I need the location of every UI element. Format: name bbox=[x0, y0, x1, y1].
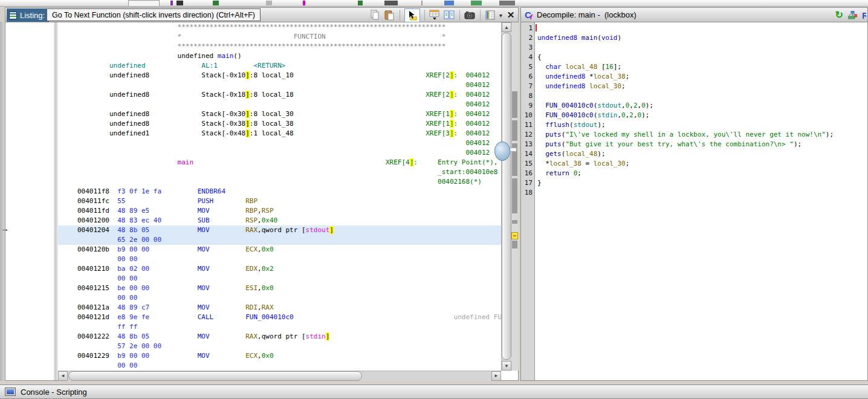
decompile-line[interactable]: undefined8 local_30; bbox=[535, 82, 867, 91]
line-number: 2 bbox=[521, 33, 534, 43]
listing-line[interactable]: 0040120b b9 00 00 MOV ECX,0x0 bbox=[58, 245, 501, 255]
paste-icon[interactable] bbox=[384, 10, 395, 21]
line-number: 4 bbox=[521, 53, 534, 62]
listing-line[interactable]: 00401222 48 8b 05 MOV RAX,qword ptr [std… bbox=[58, 332, 501, 342]
listing-line[interactable]: 004012 bbox=[58, 138, 501, 148]
listing-line[interactable]: ****************************************… bbox=[58, 22, 501, 32]
decompile-line[interactable]: undefined8 main(void) bbox=[535, 33, 867, 43]
scrollbar-grip[interactable] bbox=[510, 148, 517, 152]
listing-horizontal-scrollbar[interactable]: ◄ ► bbox=[58, 371, 501, 381]
listing-line[interactable]: 00401200 48 83 ec 40 SUB RSP,0x40 bbox=[58, 216, 501, 225]
listing-line[interactable]: 00401215 be 00 00 MOV ESI,0x0 bbox=[58, 284, 501, 293]
listing-line[interactable]: 00 00 bbox=[58, 255, 501, 264]
scroll-left-arrow-icon[interactable]: ◄ bbox=[58, 371, 68, 381]
decompile-code-area[interactable]: undefined8 main(void){ char local_48 [16… bbox=[535, 24, 867, 380]
listing-line[interactable]: 00402168(*) bbox=[58, 177, 501, 187]
listing-line[interactable]: ff ff bbox=[58, 322, 501, 332]
decompile-line[interactable]: puts("But give it your best try, what\'s… bbox=[535, 140, 867, 149]
call-graph-icon[interactable] bbox=[847, 10, 858, 21]
listing-line[interactable]: * FUNCTION * bbox=[58, 32, 501, 42]
toolbar-icon-fragment bbox=[384, 1, 398, 5]
toolbar-icon-fragment bbox=[266, 1, 272, 5]
scroll-up-arrow-icon[interactable]: ▲ bbox=[502, 22, 511, 32]
horizontal-scrollbar-thumb[interactable] bbox=[68, 371, 362, 381]
fields-display-icon[interactable] bbox=[485, 10, 496, 21]
decompile-line[interactable]: gets(local_48); bbox=[535, 149, 867, 159]
line-number: 5 bbox=[521, 62, 534, 72]
listing-line[interactable]: 004011fd 48 89 e5 MOV RBP,RSP bbox=[58, 206, 501, 216]
decompile-line[interactable]: FUN_004010c0(stdout,0,2,0); bbox=[535, 101, 867, 111]
listing-line[interactable]: _start:004010e8 bbox=[58, 167, 501, 177]
copy-icon[interactable] bbox=[369, 10, 381, 21]
diff-view-icon[interactable] bbox=[444, 10, 455, 21]
decompile-line[interactable]: { bbox=[535, 53, 867, 62]
listing-line[interactable]: 004011fc 55 PUSH RBP bbox=[58, 196, 501, 206]
decompile-line[interactable]: } bbox=[535, 178, 867, 188]
listing-line[interactable]: 00 00 bbox=[58, 274, 501, 284]
listing-panel: Listing: Go To Next Function (shift-clic… bbox=[5, 7, 519, 381]
listing-line[interactable]: undefined main() bbox=[58, 51, 501, 61]
listing-line[interactable]: undefined8 Stack[-0x18]:8 local_18 XREF[… bbox=[58, 90, 501, 100]
listing-code-area[interactable]: ****************************************… bbox=[58, 22, 501, 371]
decompile-body: 123456789101112131415161718 undefined8 m… bbox=[521, 22, 867, 380]
toolbar-separator bbox=[424, 10, 425, 21]
decompile-line[interactable]: *local_38 = local_30; bbox=[535, 159, 867, 169]
decompile-line[interactable]: return 0; bbox=[535, 169, 867, 178]
console-bar[interactable]: Console - Scripting bbox=[0, 384, 868, 399]
listing-line[interactable]: 00 00 bbox=[58, 293, 501, 303]
listing-line[interactable]: 00401204 48 8b 05 MOV RAX,qword ptr [std… bbox=[58, 225, 501, 235]
table-icon[interactable] bbox=[429, 10, 441, 21]
toolbar-separator bbox=[459, 10, 460, 21]
listing-line[interactable]: undefined8 Stack[-0x10]:8 local_10 XREF[… bbox=[58, 71, 501, 80]
decompile-line[interactable]: FUN_004010c0(stdin,0,2,0); bbox=[535, 111, 867, 120]
toolbar-button-clipped[interactable] bbox=[128, 0, 160, 6]
decompile-line[interactable]: undefined8 *local_38; bbox=[535, 72, 867, 82]
listing-line[interactable]: main XREF[4]: Entry Point(*), bbox=[58, 158, 501, 167]
listing-line[interactable]: ****************************************… bbox=[58, 42, 501, 51]
listing-tab[interactable]: Listing: bbox=[7, 8, 49, 22]
listing-line[interactable]: 004011f8 f3 0f 1e fa ENDBR64 bbox=[58, 187, 501, 196]
decompile-line[interactable]: puts("I\'ve locked my shell in a lockbox… bbox=[535, 130, 867, 140]
clipped-toolbar-icon[interactable]: R bbox=[862, 10, 866, 20]
listing-line[interactable]: 004012 bbox=[58, 148, 501, 158]
decompile-header[interactable]: Cf Decompile: main - (lockbox) ↻ R bbox=[521, 8, 867, 22]
listing-line[interactable]: 004012 bbox=[58, 100, 501, 109]
toolbar-icon-fragment bbox=[177, 1, 183, 5]
listing-header[interactable]: Listing: Go To Next Function (shift-clic… bbox=[5, 8, 518, 22]
listing-line[interactable]: 57 2e 00 00 bbox=[58, 342, 501, 351]
toolbar-icon-fragment bbox=[421, 1, 423, 5]
listing-line[interactable]: undefined8 Stack[-0x38]:8 local_38 XREF[… bbox=[58, 119, 501, 129]
field-divider[interactable] bbox=[54, 22, 58, 380]
listing-line[interactable]: 0040121a 48 89 c7 MOV RDI,RAX bbox=[58, 303, 501, 313]
listing-line[interactable]: 0040121d e8 9e fe CALL FUN_004010c0 unde… bbox=[58, 313, 501, 322]
decompile-line[interactable]: char local_48 [16]; bbox=[535, 62, 867, 72]
decompile-line[interactable] bbox=[535, 24, 867, 33]
listing-line[interactable]: 00401229 b9 00 00 MOV ECX,0x0 bbox=[58, 351, 501, 361]
scroll-down-arrow-icon[interactable]: ▼ bbox=[502, 361, 511, 371]
line-number: 17 bbox=[521, 178, 534, 188]
bookmark-marker[interactable] bbox=[511, 232, 518, 239]
listing-line[interactable]: undefined1 Stack[-0x48]:1 local_48 XREF[… bbox=[58, 129, 501, 138]
listing-line[interactable]: undefined AL:1 <RETURN> bbox=[58, 61, 501, 71]
dropdown-caret-icon[interactable]: ▾ bbox=[499, 12, 502, 19]
vertical-scrollbar-thumb[interactable] bbox=[502, 33, 511, 360]
overview-marker bbox=[512, 91, 517, 118]
snapshot-camera-icon[interactable] bbox=[464, 10, 476, 21]
decompile-line[interactable] bbox=[535, 188, 867, 198]
navigation-marker-margin[interactable] bbox=[511, 22, 519, 371]
listing-line[interactable]: undefined8 Stack[-0x30]:8 local_30 XREF[… bbox=[58, 109, 501, 119]
refresh-icon[interactable]: ↻ bbox=[835, 10, 843, 21]
close-icon[interactable]: ✕ bbox=[505, 10, 516, 21]
listing-line[interactable]: 004012 bbox=[58, 80, 501, 90]
scrollbar-hover-bubble[interactable] bbox=[494, 141, 510, 161]
listing-line[interactable]: 00401210 ba 02 00 MOV EDX,0x2 bbox=[58, 264, 501, 274]
selection-cursor-icon[interactable] bbox=[404, 8, 420, 22]
toolbar-icon-fragment bbox=[170, 1, 173, 5]
decompile-line[interactable] bbox=[535, 43, 867, 53]
listing-line[interactable]: 00 00 bbox=[58, 361, 501, 371]
scroll-right-arrow-icon[interactable]: ► bbox=[491, 371, 501, 381]
decompile-line[interactable]: fflush(stdout); bbox=[535, 120, 867, 130]
listing-vertical-scrollbar[interactable]: ▲ ▼ bbox=[501, 22, 511, 371]
listing-line[interactable]: 65 2e 00 00 bbox=[58, 235, 501, 245]
decompile-line[interactable] bbox=[535, 91, 867, 101]
